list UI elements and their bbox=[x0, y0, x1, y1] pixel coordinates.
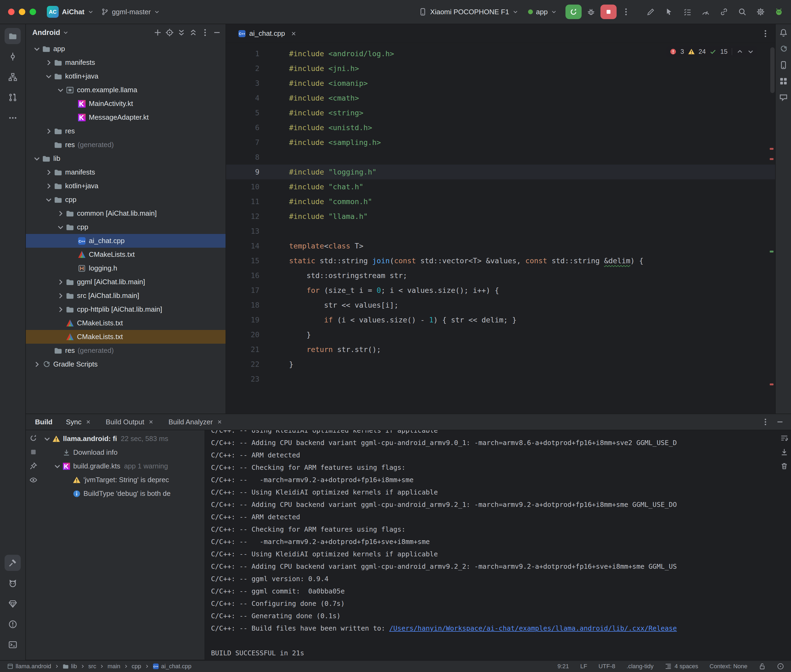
build-panel-title[interactable]: Build bbox=[35, 418, 53, 426]
search-everywhere-button[interactable] bbox=[735, 5, 749, 19]
chevron-right-icon[interactable] bbox=[56, 278, 64, 286]
chevron-right-icon[interactable] bbox=[33, 360, 41, 368]
build-tree-item[interactable]: build.gradle.ktsapp 1 warning bbox=[41, 459, 205, 473]
project-widget[interactable]: AC AiChat bbox=[43, 3, 98, 20]
logcat-toolwindow-button[interactable] bbox=[5, 575, 21, 591]
chevron-down-icon[interactable] bbox=[43, 435, 51, 443]
clear-console-icon[interactable] bbox=[780, 462, 788, 470]
chevron-right-icon[interactable] bbox=[45, 168, 53, 176]
device-mirror-button[interactable] bbox=[717, 5, 731, 19]
project-tree-item[interactable]: res bbox=[26, 124, 226, 138]
next-problem-icon[interactable] bbox=[747, 48, 754, 55]
project-tree-item[interactable]: kotlin+java bbox=[26, 179, 226, 193]
project-tree-item[interactable]: MessageAdapter.kt bbox=[26, 110, 226, 124]
inspections-widget[interactable]: 3 24 15 bbox=[666, 46, 757, 57]
editor-scrollbar[interactable] bbox=[770, 47, 775, 93]
device-selector[interactable]: Xiaomi POCOPHONE F1 bbox=[415, 3, 522, 20]
project-tree-item[interactable]: CMakeLists.txt bbox=[26, 248, 226, 261]
chevron-right-icon[interactable] bbox=[56, 210, 64, 218]
layout-inspector-icon[interactable] bbox=[779, 77, 788, 85]
chevron-down-icon[interactable] bbox=[56, 86, 64, 94]
chevron-right-icon[interactable] bbox=[45, 127, 53, 135]
breadcrumb-item[interactable]: cpp bbox=[132, 663, 141, 670]
project-tree-item[interactable]: ggml [AiChat.lib.main] bbox=[26, 275, 226, 289]
chevron-right-icon[interactable] bbox=[45, 59, 53, 67]
more-toolwindows-button[interactable] bbox=[5, 110, 21, 126]
project-tree-item[interactable]: C++ai_chat.cpp bbox=[26, 234, 226, 248]
error-stripe-mark[interactable] bbox=[770, 158, 773, 160]
chevron-down-icon[interactable] bbox=[33, 45, 41, 53]
project-tree-item[interactable]: res(generated) bbox=[26, 138, 226, 152]
project-view-selector[interactable]: Android bbox=[32, 29, 60, 37]
pin-icon[interactable] bbox=[29, 462, 37, 470]
project-tree-item[interactable]: src [AiChat.lib.main] bbox=[26, 289, 226, 302]
build-tree-item[interactable]: 'jvmTarget: String' is deprec bbox=[41, 473, 205, 487]
project-tree-item[interactable]: Gradle Scripts bbox=[26, 357, 226, 371]
context-widget[interactable]: Context: None bbox=[709, 663, 748, 670]
chevron-down-icon[interactable] bbox=[56, 223, 64, 231]
more-run-actions-button[interactable] bbox=[619, 5, 633, 19]
task-list-button[interactable] bbox=[680, 5, 695, 19]
editor-options-icon[interactable] bbox=[761, 29, 770, 38]
chevron-down-icon[interactable] bbox=[45, 196, 53, 204]
chevron-down-icon[interactable] bbox=[45, 72, 53, 80]
soft-wrap-icon[interactable] bbox=[780, 434, 788, 442]
vcs-stripe-mark[interactable] bbox=[770, 251, 773, 253]
project-tree-item[interactable]: manifests bbox=[26, 56, 226, 69]
project-tree-item[interactable]: cpp bbox=[26, 193, 226, 206]
device-manager-icon[interactable] bbox=[779, 61, 788, 69]
hide-tool-window-icon[interactable] bbox=[776, 418, 784, 426]
lock-open-icon[interactable] bbox=[759, 663, 766, 670]
project-tree-item[interactable]: cpp bbox=[26, 220, 226, 234]
chevron-down-icon[interactable] bbox=[53, 462, 61, 470]
fullscreen-window-button[interactable] bbox=[30, 9, 36, 15]
structure-toolwindow-button[interactable] bbox=[5, 69, 21, 85]
minimize-window-button[interactable] bbox=[19, 9, 25, 15]
settings-button[interactable] bbox=[753, 5, 768, 19]
assistant-chat-icon[interactable] bbox=[779, 93, 788, 102]
breadcrumb-item[interactable]: llama.android bbox=[7, 663, 51, 670]
stop-build-icon[interactable] bbox=[29, 448, 37, 456]
build-tab-build-analyzer[interactable]: Build Analyzer bbox=[168, 418, 223, 426]
notifications-icon[interactable] bbox=[779, 29, 788, 37]
close-tab-icon[interactable] bbox=[148, 419, 154, 425]
close-tab-icon[interactable] bbox=[290, 30, 297, 37]
project-tree-item[interactable]: manifests bbox=[26, 165, 226, 179]
filter-view-icon[interactable] bbox=[29, 476, 37, 484]
line-separator-widget[interactable]: LF bbox=[580, 663, 587, 670]
error-stripe-mark[interactable] bbox=[770, 384, 773, 386]
build-tree-item[interactable]: llama.android: fi22 sec, 583 ms bbox=[41, 432, 205, 446]
build-tab-sync[interactable]: Sync bbox=[66, 418, 91, 426]
project-toolwindow-button[interactable] bbox=[5, 28, 21, 44]
collapse-all-icon[interactable] bbox=[189, 28, 197, 37]
chevron-right-icon[interactable] bbox=[45, 182, 53, 190]
build-tree-item[interactable]: Download info bbox=[41, 446, 205, 459]
editor-tab[interactable]: C++ ai_chat.cpp bbox=[233, 24, 302, 43]
stop-button[interactable] bbox=[600, 5, 616, 19]
breadcrumb-item[interactable]: src bbox=[88, 663, 96, 670]
caret-position-widget[interactable]: 9:21 bbox=[557, 663, 569, 670]
build-tab-build-output[interactable]: Build Output bbox=[106, 418, 154, 426]
run-button[interactable] bbox=[565, 5, 582, 19]
chevron-right-icon[interactable] bbox=[56, 306, 64, 314]
select-opened-file-icon[interactable] bbox=[165, 28, 174, 37]
terminal-toolwindow-button[interactable] bbox=[5, 637, 21, 653]
scroll-to-end-icon[interactable] bbox=[780, 448, 788, 456]
close-tab-icon[interactable] bbox=[85, 419, 91, 425]
project-tree-item[interactable]: app bbox=[26, 42, 226, 56]
project-tree-item[interactable]: MainActivity.kt bbox=[26, 97, 226, 110]
rerun-build-icon[interactable] bbox=[29, 434, 37, 442]
build-console[interactable]: C/C++: -- Using KleidiAI optimized kerne… bbox=[205, 430, 791, 660]
close-tab-icon[interactable] bbox=[217, 419, 223, 425]
debug-button[interactable] bbox=[584, 5, 598, 19]
project-tree-item[interactable]: common [AiChat.lib.main] bbox=[26, 206, 226, 220]
previous-problem-icon[interactable] bbox=[736, 48, 743, 55]
gradle-toolwindow-icon[interactable] bbox=[779, 45, 788, 53]
status-indicator-icon[interactable] bbox=[777, 663, 784, 670]
project-tree-item[interactable]: com.example.llama bbox=[26, 83, 226, 97]
error-stripe-mark[interactable] bbox=[770, 148, 773, 150]
run-configuration-selector[interactable]: app bbox=[524, 3, 561, 20]
project-tree-item[interactable]: logging.h bbox=[26, 261, 226, 275]
ai-edit-button[interactable] bbox=[643, 5, 658, 19]
more-options-icon[interactable] bbox=[761, 418, 770, 426]
